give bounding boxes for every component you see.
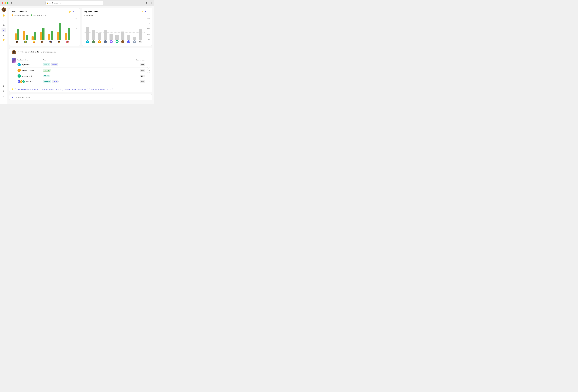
sidebar-lightning[interactable]: ⚡ <box>1 38 6 42</box>
contrib-bar <box>139 29 142 40</box>
url-bar[interactable]: 🔒 app.devrev.ai ↻ <box>46 1 103 5</box>
sidebar-billing[interactable]: $ <box>1 33 6 37</box>
bar-yellow <box>57 32 59 40</box>
contrib-avatars: PDABEWAAAWUUOther <box>84 40 144 43</box>
contrib-bar <box>86 27 89 40</box>
parts-anmol: FEAT-24 <box>43 75 127 77</box>
sidebar-new[interactable]: + <box>1 18 6 22</box>
name-meghesh: Meghesh Toshniwal <box>22 70 35 71</box>
work-bar-chart: 20% 10% 0 🧑🏾🧔👱🧑🏾🧒👨👩 <box>12 18 77 43</box>
contrib-avatar: AA <box>116 40 119 43</box>
sidebar-help[interactable]: ? <box>1 94 6 98</box>
work-lightning-button[interactable]: ⚡ <box>68 10 71 13</box>
contrib-bar <box>115 35 119 40</box>
work-contribution-actions: ⚡ ✦ ⋯ <box>68 10 77 13</box>
bar-yellow <box>65 33 67 40</box>
contribution-meghesh: 16% <box>127 69 145 72</box>
contrib-bar <box>104 30 107 40</box>
badge-10-others: 10% <box>140 80 145 83</box>
new-tab-icon[interactable]: + <box>148 2 150 4</box>
contrib-avatar <box>104 40 107 43</box>
extensions-icon[interactable]: ⧉ <box>151 2 152 4</box>
contributor-meghesh: MT Meghesh Toshniwal <box>17 69 43 72</box>
chat-input[interactable] <box>15 96 150 98</box>
url-text: app.devrev.ai <box>49 2 58 4</box>
browser-actions: ⬇ + ⧉ <box>146 2 152 4</box>
work-sparkle-button[interactable]: ✦ <box>72 10 74 13</box>
download-icon[interactable]: ⬇ <box>146 2 147 4</box>
mini-avatar-c: C <box>22 80 25 83</box>
user-avatar[interactable]: 🧑🏾 <box>1 7 6 12</box>
actions-anmol[interactable]: ⋯ <box>145 75 150 77</box>
work-contribution-header: Work contribution ⚡ ✦ ⋯ <box>12 10 77 13</box>
bar-avatar: 👱 <box>32 40 35 43</box>
actions-raj[interactable]: ⋯ <box>145 64 150 66</box>
contrib-bar <box>109 34 113 40</box>
bar-group <box>32 32 36 40</box>
top-contributors-card: Top contributors ⚡ ✦ ⋯ Contribution <box>82 8 152 46</box>
sidebar-layout[interactable]: □ <box>1 98 6 103</box>
back-button[interactable]: ← <box>15 1 18 4</box>
scroll-up-button[interactable]: ∧ <box>147 67 150 70</box>
suggestion-feat11[interactable]: Show all contributors to FEAT 11 <box>89 88 113 91</box>
contrib-sparkle-button[interactable]: ✦ <box>144 10 146 13</box>
actions-others[interactable]: ⋯ <box>145 81 150 83</box>
sidebar-toggle-button[interactable]: ⊞ <box>10 1 13 4</box>
contrib-avatar <box>121 40 124 43</box>
forward-button[interactable]: → <box>20 1 24 4</box>
minimize-button[interactable] <box>4 2 6 4</box>
y-25: 25% <box>144 33 150 35</box>
sidebar-home[interactable]: ◎ <box>1 23 6 27</box>
contrib-bar <box>121 32 124 40</box>
expand-button[interactable]: ⤢ <box>148 50 150 52</box>
col-header-name: Top Contributors <box>17 59 43 61</box>
tag-feat52: FEAT-52 <box>43 63 50 66</box>
sidebar-apps[interactable]: ⊕ <box>1 89 6 93</box>
others-row: WD D C +24 others 10 FEATs 4 ENHs 10% ⋯ <box>17 79 150 84</box>
legend-yellow-dot <box>12 14 13 16</box>
col-header-actions <box>145 59 150 61</box>
contrib-more-button[interactable]: ⋯ <box>147 10 150 13</box>
user-message-text: Show the top contributors of the UI Engi… <box>17 50 56 53</box>
sidebar-code[interactable]: </> <box>1 28 6 32</box>
bar-green <box>34 32 36 40</box>
contrib-lightning-button[interactable]: ⚡ <box>141 10 144 13</box>
bar-green <box>43 28 45 40</box>
suggestion-anmol[interactable]: Show Anmol's overall contribution <box>15 88 39 91</box>
suggestion-lowest-impact[interactable]: Who has the lowest impact <box>41 88 61 91</box>
sidebar-launch[interactable]: ⛭ <box>1 84 6 88</box>
contrib-bar <box>92 30 95 40</box>
contribution-raj: 14% <box>127 63 145 66</box>
others-avatars: WD D C +24 others <box>17 80 43 83</box>
reload-button[interactable]: ↻ <box>59 2 61 4</box>
work-more-button[interactable]: ⋯ <box>75 10 77 13</box>
sidebar-notifications[interactable]: 🔔 <box>1 13 6 18</box>
main-content: Work contribution ⚡ ✦ ⋯ % of work on oth… <box>7 6 154 104</box>
bar-avatar: 🧑🏾 <box>15 40 19 43</box>
browser-chrome: ⊞ ← → 🔒 app.devrev.ai ↻ ⬇ + ⧉ <box>0 0 154 6</box>
bar-green <box>51 31 53 40</box>
scroll-down-button[interactable]: ∨ <box>147 70 150 73</box>
badge-raj: PD <box>17 63 21 66</box>
legend-other-parts-label: % of work on other parts <box>14 14 29 16</box>
top-contributors-title: Top contributors <box>84 11 98 13</box>
y-label-10: 10% <box>73 28 77 30</box>
suggestion-meghesh[interactable]: Show Meghesh's overall contribution <box>62 88 88 91</box>
suggestions-bar: 💡 Show Anmol's overall contribution Who … <box>9 86 152 92</box>
sort-chevron-icon: ∨ <box>144 59 145 61</box>
bar-yellow <box>40 32 42 40</box>
col-header-contribution[interactable]: Contribution ∨ <box>127 59 145 61</box>
badge-meghesh: MT <box>17 69 21 72</box>
bar-green <box>68 28 70 40</box>
contribution-others: 10% <box>127 80 145 83</box>
bar-yellow <box>48 34 50 40</box>
bar-green <box>59 23 61 40</box>
bar-group <box>15 29 19 40</box>
legend-enh: % of work on ENH-C <box>31 14 46 16</box>
charts-row: Work contribution ⚡ ✦ ⋯ % of work on oth… <box>9 8 152 46</box>
table-row: MT Meghesh Toshniwal ENH-226 16% ⋯ <box>17 68 150 73</box>
contrib-avatar <box>92 40 95 43</box>
close-button[interactable] <box>2 2 3 4</box>
y-label-0: 0 <box>73 39 77 40</box>
maximize-button[interactable] <box>7 2 8 4</box>
